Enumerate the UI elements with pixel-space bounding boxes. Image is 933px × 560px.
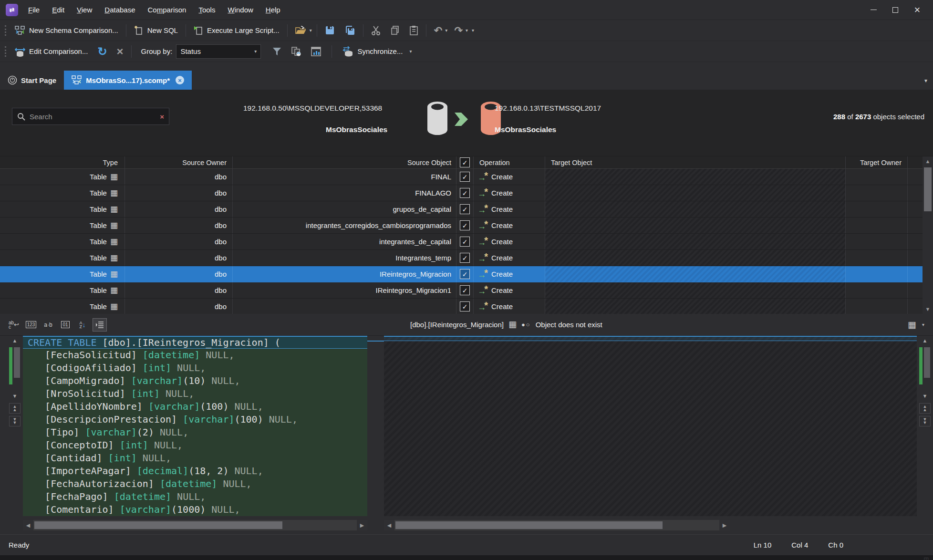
open-button[interactable] [290,22,308,39]
new-sql-button[interactable]: New SQL [129,22,183,39]
table-row[interactable]: Table▦dboIntegrantes_temp✓→*Create [0,250,923,266]
scroll-down-icon[interactable]: ▼ [919,391,931,401]
scrollbar-thumb[interactable] [34,521,282,529]
toolbar-overflow-arrow[interactable]: ▾ [470,28,476,33]
scroll-down-icon[interactable]: ▼ [9,391,21,401]
table-row[interactable]: Table▦dboFINAL✓→*Create [0,169,923,185]
edit-comparison-button[interactable]: Edit Comparison... [10,43,93,60]
row-checkbox[interactable]: ✓ [460,220,470,230]
menu-edit[interactable]: Edit [47,3,70,16]
scroll-left-icon[interactable]: ◀ [384,520,394,530]
row-checkbox[interactable]: ✓ [460,204,470,214]
search-input[interactable] [30,113,156,121]
table-row[interactable]: Table▦dboFINALAGO✓→*Create [0,185,923,201]
menu-tools[interactable]: Tools [193,3,220,16]
row-checkbox[interactable]: ✓ [460,285,470,295]
refresh-comparison-button[interactable]: ↻ [93,43,112,60]
change-map[interactable] [9,346,21,390]
table-row[interactable]: Table▦dbogrupos_de_capital✓→*Create [0,201,923,218]
tab-document[interactable]: MsObrasSo...17).scomp* × [64,71,192,90]
column-header-target-owner[interactable]: Target Owner [846,156,908,168]
copy-button[interactable] [385,22,404,39]
synchronize-button[interactable]: Synchronize... [338,43,407,60]
word-wrap-button[interactable]: abc↩ [7,318,21,332]
column-header-source-object[interactable]: Source Object [233,156,456,168]
row-checkbox[interactable]: ✓ [460,188,470,198]
scroll-right-icon[interactable]: ▶ [719,520,730,530]
change-map[interactable] [919,346,931,390]
pane-splitter[interactable] [367,336,384,534]
report-button[interactable] [306,43,326,60]
column-header-target-object[interactable]: Target Object [545,156,846,168]
menu-file[interactable]: File [23,3,45,16]
table-row[interactable]: Table▦dbo✓→*Create [0,299,923,314]
next-difference-button[interactable]: ▼▼ [919,416,931,426]
table-row[interactable]: Table▦dboIReintegros_Migracion1✓→*Create [0,282,923,299]
save-button[interactable] [320,22,340,39]
scroll-up-icon[interactable]: ▲ [923,156,933,166]
next-difference-button[interactable]: ▼▼ [9,416,21,426]
group-by-select[interactable]: Status ▾ [176,44,261,59]
synchronize-dropdown-arrow[interactable]: ▾ [407,49,414,54]
compare-documents-button[interactable] [286,43,306,60]
target-horizontal-scrollbar[interactable]: ◀ ▶ [384,520,730,530]
redo-button[interactable]: ↷ [449,22,464,39]
layout-dropdown-arrow[interactable]: ▾ [920,322,926,327]
select-all-checkbox[interactable]: ✓ [460,157,470,167]
menu-window[interactable]: Window [222,3,258,16]
cut-button[interactable] [366,22,385,39]
open-dropdown-arrow[interactable]: ▾ [308,28,314,33]
maximize-button[interactable] [884,2,906,18]
redo-dropdown-arrow[interactable]: ▾ [464,28,470,33]
scroll-left-icon[interactable]: ◀ [23,520,33,530]
scrollbar-thumb[interactable] [395,521,663,529]
source-horizontal-scrollbar[interactable]: ◀ ▶ [23,520,367,530]
table-row[interactable]: Table▦dbointegrantes_corregidos_cambiosp… [0,218,923,234]
table-row[interactable]: Table▦dboIReintegros_Migracion✓→*Create [0,266,923,282]
filter-button[interactable] [268,43,286,60]
search-clear-icon[interactable]: × [160,113,164,121]
previous-difference-button[interactable]: ▲▲ [919,403,931,414]
table-row[interactable]: Table▦dbointegrantes_de_capital✓→*Create [0,234,923,250]
toolbar-grip[interactable] [5,25,6,36]
scrollbar-thumb[interactable] [14,347,20,378]
scrollbar-thumb[interactable] [924,347,930,378]
undo-dropdown-arrow[interactable]: ▾ [443,28,449,33]
column-header-operation[interactable]: Operation [474,156,545,168]
binary-view-button[interactable]: 01 [58,318,73,332]
paste-button[interactable] [404,22,423,39]
save-all-button[interactable] [340,22,360,39]
menu-view[interactable]: View [72,3,97,16]
scroll-right-icon[interactable]: ▶ [357,520,367,530]
scroll-up-icon[interactable]: ▲ [9,336,21,345]
tab-list-chevron-icon[interactable]: ▾ [924,77,927,84]
execute-large-script-button[interactable]: Execute Large Script... [189,22,284,39]
whitespace-button[interactable]: a·b [41,318,55,332]
menu-help[interactable]: Help [260,3,286,16]
column-header-checkbox[interactable]: ✓ [456,156,474,168]
tab-close-icon[interactable]: × [176,76,184,84]
menu-database[interactable]: Database [99,3,140,16]
row-checkbox[interactable]: ✓ [460,237,470,247]
toolbar-grip[interactable] [5,46,6,57]
scroll-down-icon[interactable]: ▼ [923,304,933,314]
sort-button[interactable]: AZ↓ [75,318,90,332]
line-numbers-button[interactable]: 123 [24,318,38,332]
resize-grip[interactable]: ◫ [924,556,929,560]
layout-grid-icon[interactable]: ▦ [908,321,916,329]
source-ddl-pane[interactable]: CREATE TABLE [dbo].[IReintegros_Migracio… [23,336,367,534]
column-header-source-owner[interactable]: Source Owner [125,156,233,168]
column-header-type[interactable]: Type [6,156,125,168]
target-ddl-pane[interactable]: ◀ ▶ [384,336,917,534]
scrollbar-thumb[interactable] [924,167,932,211]
new-schema-comparison-button[interactable]: New Schema Comparison... [10,22,123,39]
undo-button[interactable]: ↶ [429,22,444,39]
previous-difference-button[interactable]: ▲▲ [9,403,21,414]
row-checkbox[interactable]: ✓ [460,301,470,311]
stop-button[interactable]: × [112,43,128,60]
row-checkbox[interactable]: ✓ [460,269,470,279]
row-checkbox[interactable]: ✓ [460,253,470,263]
row-checkbox[interactable]: ✓ [460,172,470,182]
minimize-button[interactable] [862,2,884,18]
tab-start-page[interactable]: Start Page [0,71,64,90]
